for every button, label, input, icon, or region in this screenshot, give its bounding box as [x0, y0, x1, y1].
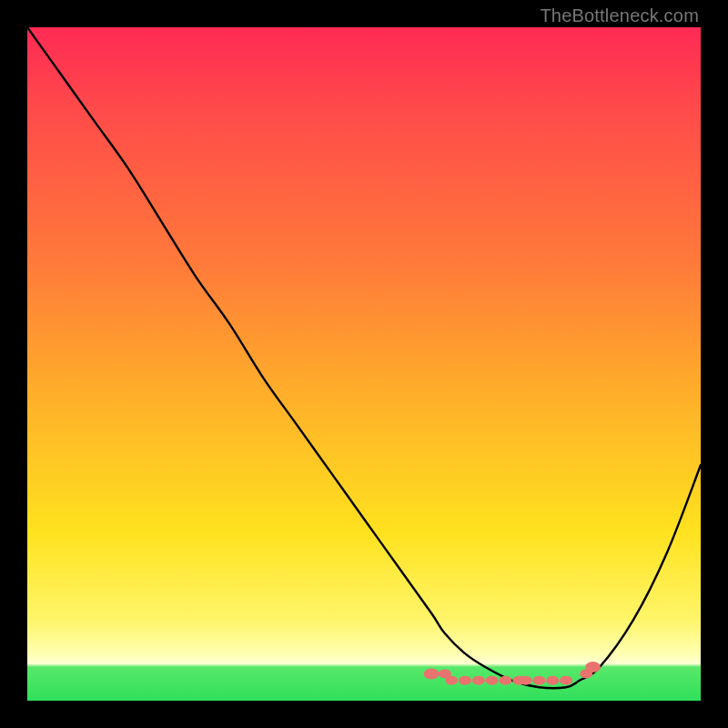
bottleneck-curve	[27, 27, 701, 688]
recommended-dot	[499, 676, 511, 685]
plot-area	[27, 27, 701, 701]
chart-container: TheBottleneck.com	[0, 0, 728, 728]
recommended-dot	[560, 676, 572, 685]
recommended-dot	[546, 676, 559, 685]
recommended-dot	[585, 662, 601, 672]
watermark-text: TheBottleneck.com	[540, 5, 699, 26]
recommended-dot	[459, 676, 471, 685]
recommended-dot	[472, 676, 485, 685]
recommended-dot	[445, 676, 458, 685]
recommended-dot	[520, 676, 532, 685]
recommended-dot	[424, 668, 440, 679]
recommended-dot	[486, 676, 499, 685]
chart-svg	[27, 27, 701, 701]
recommended-dot	[532, 676, 545, 685]
